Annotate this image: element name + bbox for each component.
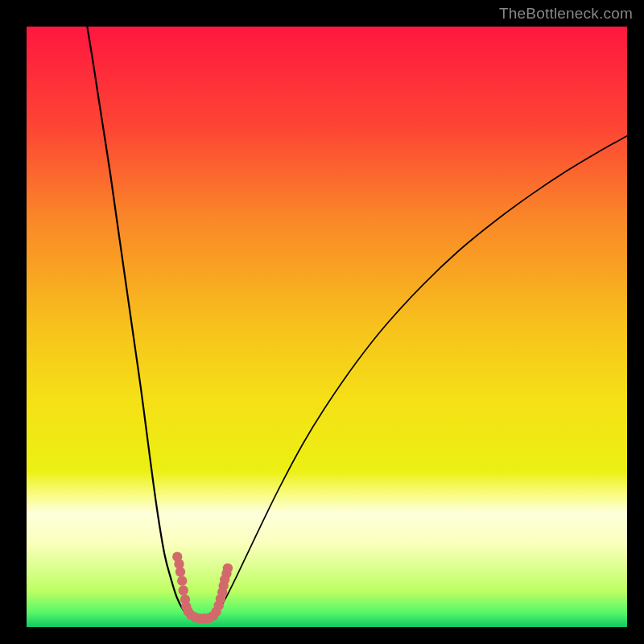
marker-point [179, 585, 188, 595]
marker-point [175, 567, 185, 576]
gradient-background [27, 27, 627, 627]
watermark: TheBottleneck.com [499, 5, 633, 23]
chart-frame [0, 0, 644, 644]
marker-point [223, 564, 233, 573]
plot-svg [27, 27, 627, 627]
marker-point [177, 576, 187, 585]
plot-area [27, 27, 627, 627]
